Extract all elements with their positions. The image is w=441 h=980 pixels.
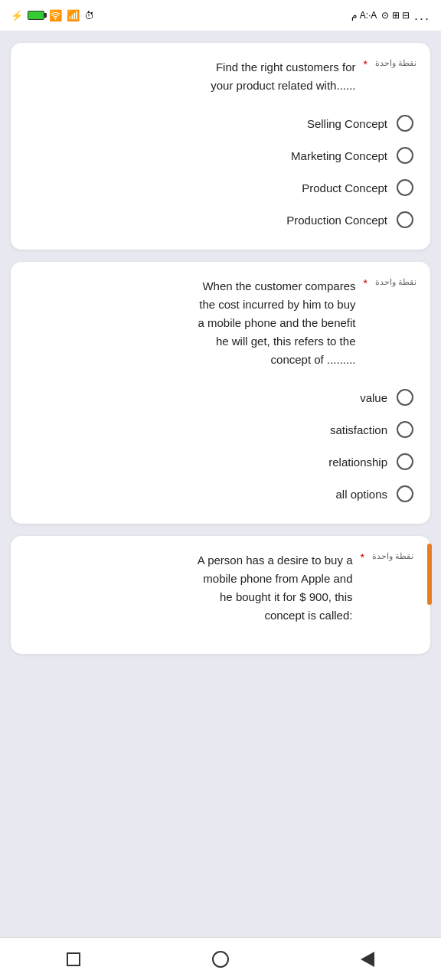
option-value[interactable]: value (24, 383, 416, 412)
triangle-icon (361, 952, 374, 967)
question-3-text: A person has a desire to buy a mobile ph… (24, 551, 352, 625)
radio-all-options[interactable] (397, 485, 413, 502)
points-badge-1: نقطة واحدة (375, 58, 416, 68)
required-star-3: * (360, 551, 364, 564)
question-3-card: A person has a desire to buy a mobile ph… (11, 536, 430, 654)
question-2-header: When the customer compares the cost incu… (24, 277, 416, 369)
status-icons: ⊟ ⊞ ⊙ (381, 10, 410, 21)
option-marketing-concept[interactable]: Marketing Concept (24, 141, 416, 170)
points-badge-3: نقطة واحدة (372, 551, 413, 561)
required-star-2: * (363, 277, 367, 289)
status-right: ... ⊟ ⊞ ⊙ A:·A م (351, 8, 430, 24)
option-production-concept[interactable]: Production Concept (24, 205, 416, 234)
question-2-options: value satisfaction relationship all opti… (24, 383, 416, 508)
question-1-options: Selling Concept Marketing Concept Produc… (24, 109, 416, 234)
battery-icon (28, 11, 44, 20)
option-relationship[interactable]: relationship (24, 447, 416, 476)
radio-marketing-concept[interactable] (397, 147, 413, 164)
circle-icon (212, 951, 229, 968)
question-1-text: Find the right customers for ......your … (24, 58, 355, 95)
bottom-nav (0, 937, 441, 980)
question-2-card: When the customer compares the cost incu… (11, 262, 430, 524)
option-label-selling: Selling Concept (307, 117, 387, 130)
option-all-options[interactable]: all options (24, 479, 416, 508)
option-label-production: Production Concept (286, 214, 387, 227)
wifi-icon: 🛜 (49, 9, 62, 21)
radio-selling-concept[interactable] (397, 115, 413, 132)
question-3-header: A person has a desire to buy a mobile ph… (24, 551, 413, 625)
content-area: Find the right customers for ......your … (0, 31, 441, 937)
radio-production-concept[interactable] (397, 211, 413, 228)
radio-relationship[interactable] (397, 453, 413, 470)
question-3-wrapper: A person has a desire to buy a mobile ph… (11, 536, 430, 654)
top-dots: ... (414, 8, 430, 24)
signal-icon: 📶 (67, 9, 80, 21)
points-badge-2: نقطة واحدة (375, 277, 416, 287)
option-label-all-options: all options (335, 488, 387, 501)
radio-product-concept[interactable] (397, 179, 413, 196)
scroll-accent (427, 544, 432, 605)
question-1-card: Find the right customers for ......your … (11, 43, 430, 250)
status-time: A:·A م (351, 10, 377, 21)
radio-value[interactable] (397, 389, 413, 406)
option-product-concept[interactable]: Product Concept (24, 173, 416, 202)
option-satisfaction[interactable]: satisfaction (24, 415, 416, 444)
question-1-header: Find the right customers for ......your … (24, 58, 416, 95)
question-2-text: When the customer compares the cost incu… (24, 277, 355, 369)
option-label-relationship: relationship (328, 456, 387, 469)
option-label-value: value (360, 391, 387, 404)
square-icon (67, 952, 80, 966)
option-selling-concept[interactable]: Selling Concept (24, 109, 416, 138)
option-label-marketing: Marketing Concept (291, 149, 387, 162)
status-bar: ⚡ 🛜 📶 ⏱ ... ⊟ ⊞ ⊙ A:·A م (0, 0, 441, 31)
lightning-icon: ⚡ (11, 10, 23, 21)
option-label-product: Product Concept (302, 181, 387, 194)
nav-square-button[interactable] (60, 946, 87, 973)
required-star-1: * (363, 58, 367, 70)
radio-satisfaction[interactable] (397, 421, 413, 438)
nav-back-button[interactable] (354, 946, 381, 973)
option-label-satisfaction: satisfaction (330, 423, 387, 436)
nav-circle-button[interactable] (207, 946, 234, 973)
clock-icon: ⏱ (84, 10, 94, 21)
status-left: ⚡ 🛜 📶 ⏱ (11, 9, 94, 21)
